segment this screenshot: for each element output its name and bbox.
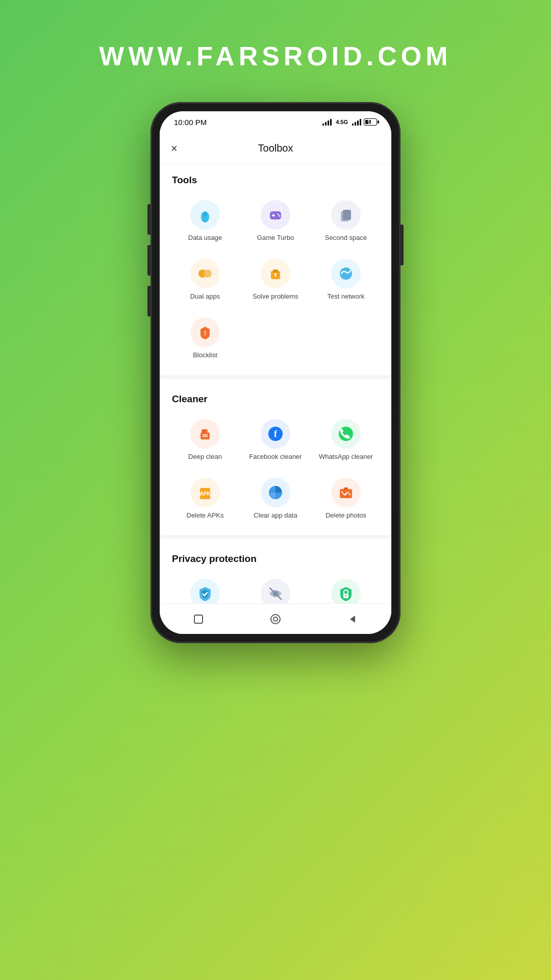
game-turbo-label: Game Turbo [257,234,294,242]
website-header: WWW.FARSROID.COM [99,41,452,71]
solve-problems-label: Solve problems [253,292,298,301]
page-title: Toolbox [258,142,293,154]
clear-app-data-item[interactable]: Clear app data [242,472,309,526]
test-network-label: Test network [328,292,365,301]
solve-problems-icon [267,265,284,282]
delete-photos-icon [337,484,355,501]
battery: 57 [364,118,377,126]
deep-clean-label: Deep clean [188,453,222,461]
dual-apps-item[interactable]: Dual apps [172,253,238,307]
scroll-content: Tools Data usage [160,164,391,603]
data-usage-icon [196,206,214,224]
svg-rect-35 [194,615,203,623]
delete-photos-item[interactable]: Delete photos [313,472,379,526]
svg-text:f: f [274,429,278,439]
data-usage-icon-bg [190,200,220,230]
second-space-label: Second space [325,234,367,242]
delete-apks-label: Delete APKs [187,511,224,520]
svg-rect-30 [344,487,348,490]
signal-bars-2 [352,118,361,126]
nav-back-button[interactable] [341,608,364,630]
battery-text: 57 [367,119,373,125]
svg-text:APK: APK [199,491,211,497]
privacy-title: Privacy protection [172,553,379,565]
deep-clean-icon [196,425,214,443]
facebook-cleaner-icon: f [267,425,284,443]
hide-apps-icon [267,585,284,602]
svg-rect-3 [272,215,275,216]
svg-rect-11 [273,270,278,273]
svg-point-37 [273,617,278,621]
nav-square-button[interactable] [187,608,210,630]
cleaner-grid: Deep clean f Facebook cleaner [172,413,379,526]
svg-rect-17 [201,432,210,439]
privacy-item[interactable]: Privacy [172,573,238,603]
svg-rect-13 [275,275,276,277]
whatsapp-cleaner-item[interactable]: WhatsApp cleaner [313,413,379,468]
back-icon [347,614,358,625]
deep-clean-item[interactable]: Deep clean [172,413,238,468]
game-turbo-icon [267,206,284,224]
game-turbo-item[interactable]: Game Turbo [242,194,309,249]
blocklist-icon: ! [196,324,214,341]
svg-point-4 [278,214,279,215]
facebook-cleaner-label: Facebook cleaner [249,453,302,461]
divider-2 [160,535,391,539]
delete-apks-icon-bg: APK [190,478,220,507]
app-lock-icon-bg [331,579,361,603]
close-button[interactable]: × [171,142,178,155]
facebook-cleaner-icon-bg: f [261,419,290,449]
bottom-nav [160,603,391,634]
privacy-section: Privacy protection Privacy [160,543,391,603]
svg-point-34 [345,595,347,597]
privacy-shield-icon [196,585,214,602]
test-network-icon [337,265,355,282]
status-bar: 10:00 PM 4.5G 57 [160,111,391,133]
phone-wrapper: 10:00 PM 4.5G 57 [151,102,400,643]
svg-point-9 [204,270,212,278]
whatsapp-cleaner-icon [337,425,355,443]
hide-apps-icon-bg [261,579,290,603]
clear-app-data-label: Clear app data [254,511,297,520]
delete-photos-icon-bg [331,478,361,507]
test-network-item[interactable]: Test network [313,253,379,307]
whatsapp-cleaner-icon-bg [331,419,361,449]
svg-text:!: ! [204,330,206,337]
square-icon [193,614,204,625]
hide-apps-item[interactable]: Hide apps [242,573,309,603]
dual-apps-label: Dual apps [190,292,220,301]
phone-screen: 10:00 PM 4.5G 57 [160,111,391,634]
status-icons: 4.5G 57 [322,118,377,126]
test-network-icon-bg [331,259,361,288]
svg-rect-7 [343,210,351,220]
nav-home-button[interactable] [264,608,287,630]
svg-marker-38 [350,616,355,623]
delete-photos-label: Delete photos [325,511,366,520]
dual-apps-icon-bg [190,259,220,288]
status-time: 10:00 PM [174,118,207,127]
clear-app-data-icon [267,484,284,501]
delete-apks-item[interactable]: APK Delete APKs [172,472,238,526]
tools-section: Tools Data usage [160,164,391,371]
deep-clean-icon-bg [190,419,220,449]
circle-icon [270,614,281,625]
app-lock-item[interactable]: App lock [313,573,379,603]
solve-problems-item[interactable]: Solve problems [242,253,309,307]
cleaner-section: Cleaner Deep clean [160,383,391,531]
tools-title: Tools [172,175,379,186]
facebook-cleaner-item[interactable]: f Facebook cleaner [242,413,309,468]
second-space-item[interactable]: Second space [313,194,379,249]
second-space-icon [337,206,355,224]
blocklist-icon-bg: ! [190,317,220,347]
tools-grid: Data usage Game Turbo [172,194,379,366]
dual-apps-icon [196,265,214,282]
app-lock-icon [337,585,355,602]
game-turbo-icon-bg [261,200,290,230]
data-usage-item[interactable]: Data usage [172,194,238,249]
clear-app-data-icon-bg [261,478,290,507]
divider-1 [160,375,391,379]
network-label: 4.5G [336,119,348,125]
second-space-icon-bg [331,200,361,230]
svg-rect-18 [203,430,205,432]
blocklist-item[interactable]: ! Blocklist [172,311,238,366]
